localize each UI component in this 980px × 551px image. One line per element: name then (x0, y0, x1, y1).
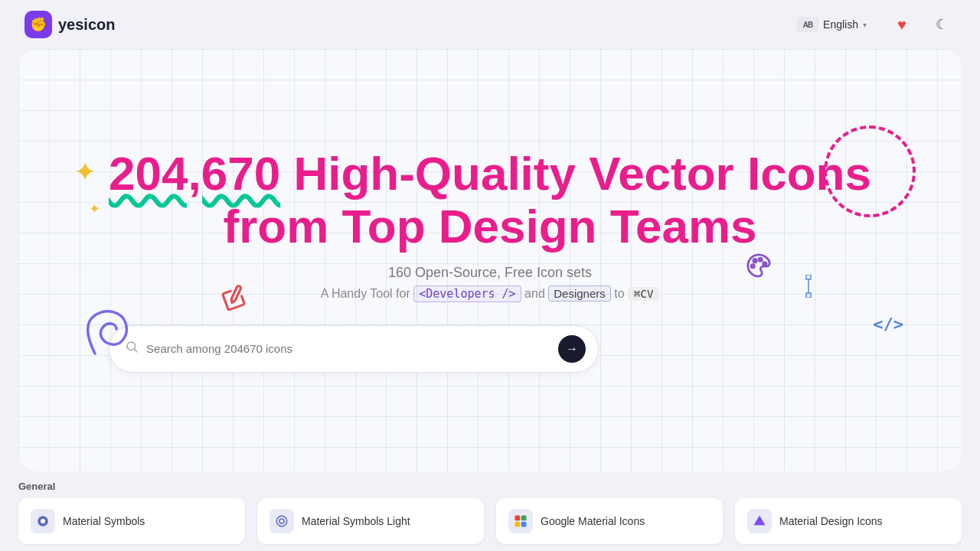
design-tag: Designers (548, 285, 611, 302)
desc-and: and (524, 287, 545, 300)
desc-to: to (614, 287, 624, 300)
language-selector[interactable]: AB English ▾ (788, 12, 876, 37)
svg-rect-14 (521, 516, 527, 521)
logo-icon: ✊ (24, 11, 52, 38)
hero-title-line2: from Top Design Teams (109, 201, 871, 253)
svg-point-1 (763, 262, 766, 266)
code-tag-decoration: </> (873, 315, 903, 334)
category-card-material-design[interactable]: Material Design Icons (735, 498, 962, 544)
svg-point-10 (41, 519, 45, 523)
search-input[interactable] (146, 342, 558, 355)
lang-label: English (823, 18, 858, 31)
category-name: Material Symbols (63, 515, 145, 527)
svg-rect-4 (806, 275, 811, 279)
svg-point-3 (751, 265, 754, 268)
svg-point-2 (753, 259, 756, 262)
svg-point-0 (759, 258, 762, 261)
categories-section: General Material Symbols Material Symbol… (0, 471, 980, 544)
hero-title-part1: High-Quality Vector Icons (280, 147, 871, 200)
svg-rect-13 (515, 516, 521, 521)
category-card-google-material[interactable]: Google Material Icons (496, 498, 723, 544)
node-anchor-decoration (801, 275, 816, 301)
search-bar: → (109, 325, 599, 373)
desc-prefix: A Handy Tool for (321, 287, 410, 300)
category-icon (270, 509, 294, 533)
category-icon (31, 509, 55, 533)
cmd-tag: ⌘CV (628, 287, 659, 301)
hero-title: 204,670 High-Quality Vector Icons from T… (109, 148, 871, 252)
palette-icon (746, 253, 772, 284)
navbar: ✊ yesicon AB English ▾ ♥ ☾ (0, 0, 980, 49)
category-icon (508, 509, 533, 533)
dark-mode-button[interactable]: ☾ (928, 11, 956, 38)
favorites-button[interactable]: ♥ (888, 11, 916, 38)
category-name: Material Design Icons (779, 515, 883, 527)
logo-text: yesicon (58, 16, 115, 34)
category-label: General (18, 481, 962, 492)
heart-icon: ♥ (897, 16, 906, 34)
category-card-material-symbols[interactable]: Material Symbols (18, 498, 245, 544)
svg-point-12 (279, 519, 284, 523)
category-name: Google Material Icons (541, 515, 645, 527)
dashed-circle-decoration (824, 126, 916, 217)
svg-marker-17 (754, 516, 766, 526)
chevron-down-icon: ▾ (863, 21, 867, 29)
svg-rect-6 (806, 293, 811, 298)
sparkle-icon: ✦✦ (74, 156, 100, 220)
search-submit-button[interactable]: → (558, 335, 586, 363)
navbar-right: AB English ▾ ♥ ☾ (788, 11, 956, 38)
category-name: Material Symbols Light (302, 515, 410, 527)
swirl-decoration (80, 300, 141, 364)
svg-rect-15 (515, 522, 521, 527)
logo[interactable]: ✊ yesicon (24, 11, 115, 38)
lang-icon: AB (797, 17, 818, 32)
dev-tag: <Developers /> (413, 285, 521, 302)
category-card-material-symbols-light[interactable]: Material Symbols Light (257, 498, 484, 544)
svg-point-11 (276, 516, 287, 527)
category-icon (747, 509, 772, 533)
moon-icon: ☾ (936, 16, 948, 33)
hero-section: ✦✦ </> 204,6 (18, 49, 962, 471)
icon-count: 204,670 (109, 147, 280, 200)
svg-rect-16 (521, 522, 527, 527)
category-cards: Material Symbols Material Symbols Light … (18, 498, 962, 544)
